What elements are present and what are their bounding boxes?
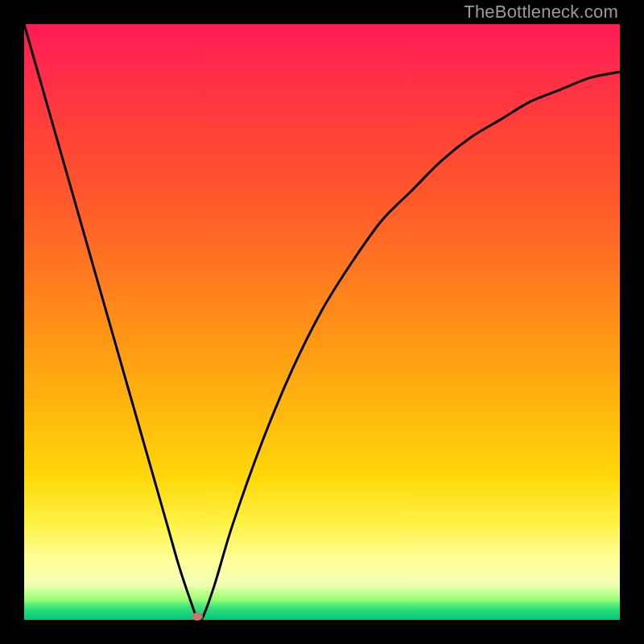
chart-frame: TheBottleneck.com	[0, 0, 644, 644]
watermark-text: TheBottleneck.com	[464, 2, 618, 23]
curve-path	[24, 24, 620, 620]
minimum-marker	[192, 613, 203, 621]
plot-area	[24, 24, 620, 620]
bottleneck-curve	[24, 24, 620, 620]
